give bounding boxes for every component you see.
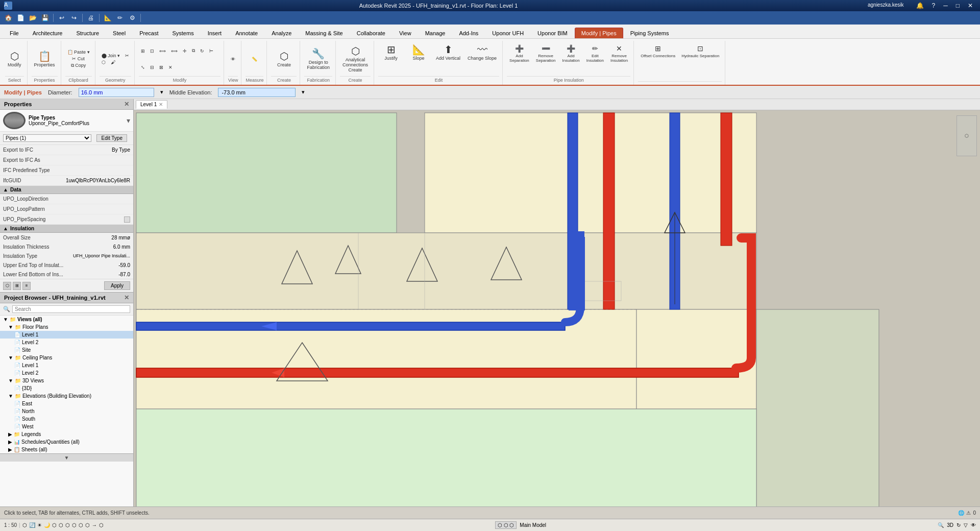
qa-undo[interactable]: ↩	[57, 13, 67, 23]
qa-new[interactable]: 📄	[15, 13, 26, 23]
view-temp-btn[interactable]: ⬡	[65, 522, 70, 528]
tree-level-2[interactable]: 📄 Level 2	[0, 339, 133, 346]
measure-btn[interactable]: 📏	[250, 56, 259, 62]
move-button[interactable]: ✛	[181, 48, 189, 54]
properties-button[interactable]: 📋 Properties	[32, 50, 58, 69]
add-insulation-button[interactable]: ➕ AddInsulation	[560, 43, 582, 64]
qa-print[interactable]: 🖨	[86, 13, 96, 23]
tree-sheets[interactable]: ▶ 📋 Sheets (all)	[0, 446, 133, 453]
tree-north[interactable]: 📄 North	[0, 407, 133, 415]
middle-elevation-dropdown-icon[interactable]: ▾	[302, 89, 305, 95]
visibility-btn[interactable]: 👁	[971, 522, 976, 528]
qa-save[interactable]: 💾	[40, 13, 50, 23]
project-browser-close[interactable]: ✕	[124, 294, 129, 301]
view-crop-btn[interactable]: ⬡	[52, 522, 57, 528]
tree-elevations[interactable]: ▼ 📁 Elevations (Building Elevation)	[0, 392, 133, 400]
justify-button[interactable]: ⊞ Justify	[378, 43, 404, 62]
qa-measure[interactable]: 📐	[103, 13, 113, 23]
align-button[interactable]: ⊞	[139, 48, 147, 54]
nav-cube[interactable]: ⬡	[957, 115, 977, 156]
window-close[interactable]: ✕	[965, 2, 976, 9]
window-maximize[interactable]: □	[953, 2, 963, 9]
tree-floor-plans[interactable]: ▼ 📁 Floor Plans	[0, 323, 133, 331]
window-minimize[interactable]: ─	[940, 2, 951, 9]
tab-view[interactable]: View	[393, 28, 418, 38]
tree-east[interactable]: 📄 East	[0, 400, 133, 407]
view-tab-level1[interactable]: Level 1 ✕	[136, 100, 167, 109]
prop-tab-2[interactable]: ⊞	[13, 282, 21, 290]
remove-separation-button[interactable]: ➖ RemoveSeparation	[533, 43, 558, 64]
view-path-btn[interactable]: →	[92, 522, 97, 528]
tree-ceiling-level-2[interactable]: 📄 Level 2	[0, 369, 133, 377]
view-sun-btn[interactable]: ☀	[37, 522, 42, 528]
design-to-fab-button[interactable]: 🔧 Design to Fabrication	[304, 47, 332, 71]
title-bar-controls[interactable]: agnieszka.kesik 🔔 ? ─ □ ✕	[865, 2, 976, 9]
tab-structure[interactable]: Structure	[69, 28, 106, 38]
qa-annotate[interactable]: ✏	[115, 13, 125, 23]
wall-join-button[interactable]: ⬡	[100, 59, 108, 65]
tab-piping-systems[interactable]: Piping Systems	[624, 28, 676, 38]
offset-connections-button[interactable]: ⊞ Offset Connections	[638, 43, 678, 60]
view-btn[interactable]: 👁	[229, 56, 237, 62]
bim-canvas[interactable]: ⬡	[134, 110, 980, 506]
apply-button[interactable]: Apply	[104, 281, 130, 290]
tree-views-all[interactable]: ▼ 📁 Views (all)	[0, 316, 133, 323]
search-input[interactable]	[12, 305, 130, 313]
tree-schedules[interactable]: ▶ 📊 Schedules/Quantities (all)	[0, 438, 133, 446]
analytical-connections-button[interactable]: ⬡ Analytical Connections Create	[340, 44, 371, 74]
middle-elevation-input[interactable]	[218, 88, 296, 97]
delete-button[interactable]: ✕	[166, 64, 175, 70]
view-sync-btn[interactable]: 🔄	[29, 522, 35, 528]
slope-button[interactable]: 📐 Slope	[406, 43, 431, 62]
tree-3d-views[interactable]: ▼ 📁 3D Views	[0, 377, 133, 384]
tree-ceiling-plans[interactable]: ▼ 📁 Ceiling Plans	[0, 354, 133, 361]
mirror-y-button[interactable]: ⟺	[169, 48, 180, 54]
tab-systems[interactable]: Systems	[165, 28, 200, 38]
array-button[interactable]: ⊠	[157, 64, 165, 70]
filter-btn[interactable]: ▽	[964, 522, 968, 528]
paste-button[interactable]: 📋 Paste ▾	[65, 49, 92, 55]
edit-type-button[interactable]: Edit Type	[96, 134, 127, 142]
cut-geometry-button[interactable]: ✂	[123, 53, 131, 59]
modify-button[interactable]: ⬡ Modify	[5, 50, 24, 69]
tree-south[interactable]: 📄 South	[0, 415, 133, 423]
pipe-type-dropdown[interactable]: ▾	[127, 116, 130, 125]
3d-view-btn[interactable]: 3D	[947, 522, 953, 528]
split-button[interactable]: ⊟	[148, 64, 156, 70]
add-separation-button[interactable]: ➕ AddSeparation	[507, 43, 532, 64]
tree-west[interactable]: 📄 West	[0, 423, 133, 430]
detail-level-coarse[interactable]: ⬡ ⬡ ⬡	[495, 521, 517, 529]
view-reveal-btn[interactable]: ⬡	[72, 522, 77, 528]
qa-home[interactable]: 🏠	[3, 13, 13, 23]
create-similar-button[interactable]: ⬡ Create	[271, 50, 297, 69]
paint-button[interactable]: 🖌	[109, 59, 117, 65]
view-workset-btn[interactable]: ⬡	[79, 522, 83, 528]
mirror-x-button[interactable]: ⟺	[157, 48, 168, 54]
view-tab-level1-close[interactable]: ✕	[159, 102, 163, 107]
tree-legends[interactable]: ▶ 📁 Legends	[0, 430, 133, 438]
tab-architecture[interactable]: Architecture	[26, 28, 69, 38]
tab-addins[interactable]: Add-Ins	[452, 28, 485, 38]
edit-insulation-button[interactable]: ✏ EditInsulation	[584, 43, 606, 64]
prop-tab-3[interactable]: ≡	[22, 282, 31, 290]
rotate-view-btn[interactable]: ↻	[957, 522, 961, 528]
tab-uponor-bim[interactable]: Uponor BIM	[531, 28, 574, 38]
tab-precast[interactable]: Precast	[133, 28, 165, 38]
view-design-opts-btn[interactable]: ⬡	[85, 522, 90, 528]
offset-button[interactable]: ⊡	[148, 48, 156, 54]
view-shadow-btn[interactable]: 🌙	[44, 522, 50, 528]
tree-ceiling-level-1[interactable]: 📄 Level 1	[0, 361, 133, 369]
cut-button[interactable]: ✂ Cut	[65, 56, 92, 62]
hydraulic-sep-button[interactable]: ⊡ Hydraulic Separation	[679, 43, 722, 60]
view-analytics-btn[interactable]: ⬡	[99, 522, 104, 528]
remove-insulation-button[interactable]: ✕ RemoveInsulation	[608, 43, 630, 64]
tree-scroll-down[interactable]: ▼	[0, 453, 133, 462]
change-slope-button[interactable]: 〰 Change Slope	[465, 43, 499, 62]
qa-settings[interactable]: ⚙	[127, 13, 137, 23]
tab-modify-pipes[interactable]: Modify | Pipes	[575, 28, 623, 38]
tree-site[interactable]: 📄 Site	[0, 346, 133, 354]
tab-insert[interactable]: Insert	[201, 28, 229, 38]
properties-panel-close[interactable]: ✕	[124, 101, 129, 108]
tree-3d[interactable]: 📄 {3D}	[0, 384, 133, 392]
view-hide-btn[interactable]: ⬡	[59, 522, 63, 528]
